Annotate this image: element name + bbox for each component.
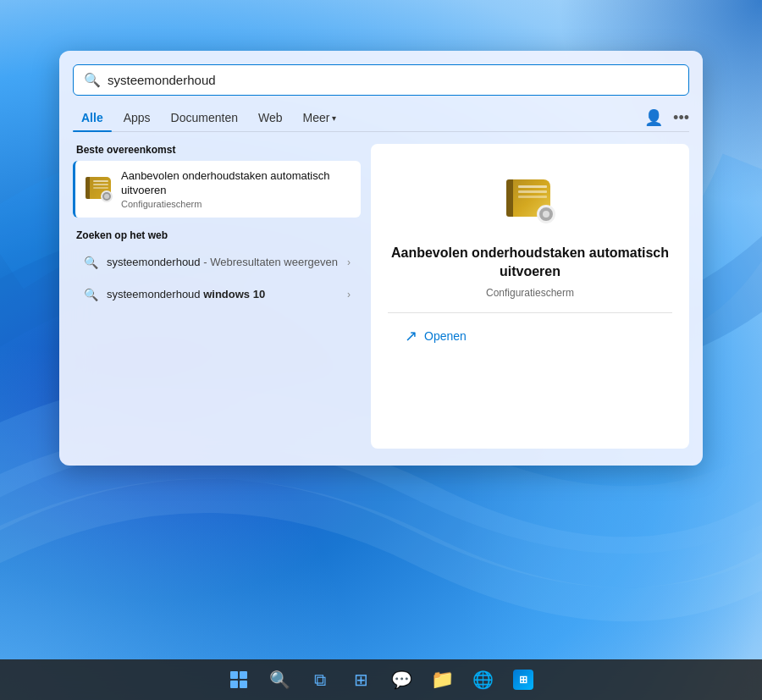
tab-meer[interactable]: Meer ▾ bbox=[295, 106, 345, 130]
taskbar-widgets-button[interactable]: ⊞ bbox=[342, 661, 379, 698]
windows-icon bbox=[230, 671, 247, 688]
web-search-section: Zoeken op het web 🔍 systeemonderhoud - W… bbox=[73, 229, 361, 311]
detail-panel: Aanbevolen onderhoudstaken automatisch u… bbox=[371, 144, 689, 449]
taskbar-fileexplorer-button[interactable]: 📁 bbox=[423, 661, 461, 698]
web-search-icon-1: 🔍 bbox=[83, 255, 98, 270]
best-match-title: Aanbevolen onderhoudstaken automatisch u… bbox=[121, 169, 351, 198]
maintenance-icon bbox=[86, 175, 113, 202]
folder-icon: 📁 bbox=[431, 669, 454, 691]
store-icon: ⊞ bbox=[513, 670, 533, 690]
teams-icon: 💬 bbox=[391, 670, 412, 690]
more-options-icon[interactable]: ••• bbox=[673, 109, 689, 127]
search-input[interactable] bbox=[108, 73, 678, 87]
left-panel: Beste overeenkomst Aanbevolen onderhouds bbox=[73, 144, 361, 449]
tab-web[interactable]: Web bbox=[250, 106, 291, 130]
tab-apps[interactable]: Apps bbox=[115, 106, 159, 130]
best-match-subtitle: Configuratiescherm bbox=[121, 199, 351, 209]
widgets-icon: ⊞ bbox=[354, 670, 368, 690]
taskbar: 🔍 ⧉ ⊞ 💬 📁 🌐 ⊞ bbox=[0, 659, 762, 700]
detail-icon bbox=[500, 169, 560, 230]
tab-alle[interactable]: Alle bbox=[73, 106, 112, 130]
taskview-icon: ⧉ bbox=[314, 670, 326, 690]
chevron-down-icon: ▾ bbox=[332, 113, 336, 123]
best-match-label: Beste overeenkomst bbox=[73, 144, 361, 156]
open-button[interactable]: ↗ Openen bbox=[405, 327, 467, 345]
taskbar-search-button[interactable]: 🔍 bbox=[261, 661, 298, 698]
detail-subtitle: Configuratiescherm bbox=[486, 287, 574, 299]
search-input-wrapper[interactable]: 🔍 bbox=[73, 64, 689, 96]
detail-divider bbox=[388, 312, 672, 313]
web-result-2[interactable]: 🔍 systeemonderhoud windows 10 › bbox=[73, 278, 361, 311]
web-result-1[interactable]: 🔍 systeemonderhoud - Webresultaten weerg… bbox=[73, 246, 361, 278]
web-result-2-text: systeemonderhoud windows 10 bbox=[107, 288, 347, 300]
best-match-result[interactable]: Aanbevolen onderhoudstaken automatisch u… bbox=[73, 161, 361, 218]
taskbar-start-button[interactable] bbox=[220, 661, 257, 698]
taskbar-teams-button[interactable]: 💬 bbox=[383, 661, 420, 698]
edge-icon: 🌐 bbox=[472, 670, 494, 690]
search-taskbar-icon: 🔍 bbox=[269, 670, 290, 690]
open-label: Openen bbox=[424, 329, 467, 343]
web-result-1-text: systeemonderhoud - Webresultaten weergev… bbox=[107, 256, 347, 268]
web-section-label: Zoeken op het web bbox=[73, 229, 361, 241]
best-match-text: Aanbevolen onderhoudstaken automatisch u… bbox=[121, 169, 351, 209]
search-panel: 🔍 Alle Apps Documenten Web Meer ▾ 👤 ••• bbox=[59, 51, 703, 466]
detail-title: Aanbevolen onderhoudstaken automatisch u… bbox=[388, 244, 672, 282]
tabs-icons-area: 👤 ••• bbox=[644, 108, 689, 127]
tabs-bar: Alle Apps Documenten Web Meer ▾ 👤 ••• bbox=[73, 106, 689, 132]
taskbar-edge-button[interactable]: 🌐 bbox=[464, 661, 501, 698]
tab-documenten[interactable]: Documenten bbox=[163, 106, 246, 130]
web-search-icon-2: 🔍 bbox=[83, 287, 98, 302]
arrow-icon-2: › bbox=[347, 289, 351, 300]
taskbar-store-button[interactable]: ⊞ bbox=[505, 661, 542, 698]
arrow-icon-1: › bbox=[347, 256, 351, 268]
person-icon[interactable]: 👤 bbox=[644, 108, 663, 127]
search-icon: 🔍 bbox=[84, 72, 101, 88]
open-external-icon: ↗ bbox=[405, 327, 417, 345]
taskbar-taskview-button[interactable]: ⧉ bbox=[301, 661, 339, 698]
content-area: Beste overeenkomst Aanbevolen onderhouds bbox=[73, 144, 689, 449]
